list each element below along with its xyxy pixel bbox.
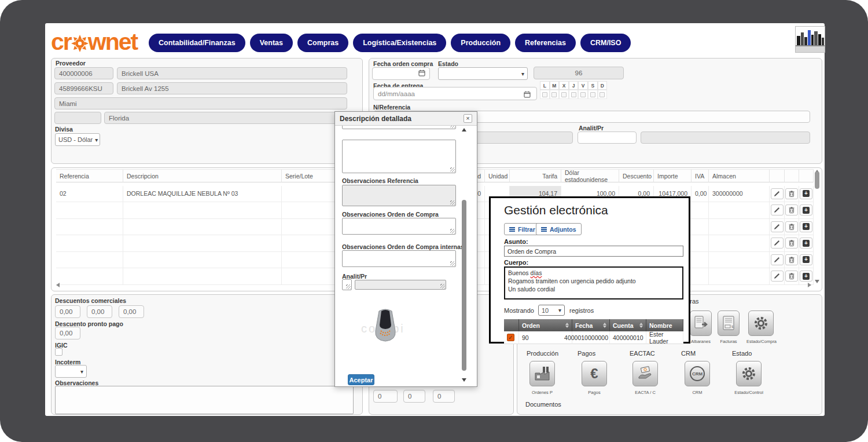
analit-input[interactable]	[578, 131, 637, 144]
aceptar-button[interactable]: Aceptar	[348, 374, 374, 385]
cuerpo-textarea[interactable]: Buenos días Rogamos tramiten con urgenci…	[504, 266, 683, 299]
edit-row-button[interactable]	[771, 188, 784, 199]
cell-descripcion[interactable]: DORLEAC MAQUILLAJE NEBULA Nº 03	[123, 186, 282, 203]
gestion-col-nombre[interactable]: Nombre	[646, 319, 683, 331]
col-header-referencia[interactable]: Referencia	[56, 169, 123, 182]
add-row-button[interactable]: +	[800, 238, 812, 249]
col-header-almacen[interactable]: Almacen	[709, 169, 770, 182]
proveedor-address-field[interactable]: Brickell Av 1255	[117, 82, 347, 94]
descripcion-textarea[interactable]	[342, 140, 456, 173]
middle-value3-input[interactable]: 0	[433, 390, 455, 403]
gestion-col-orden[interactable]: Orden	[519, 319, 572, 331]
add-row-button[interactable]: +	[800, 188, 812, 199]
middle-value1-input[interactable]: 0	[373, 390, 398, 403]
scroll-down-arrow[interactable]	[815, 280, 819, 283]
col-header-unidad[interactable]: Unidad	[485, 169, 510, 182]
adjuntos-button[interactable]: Adjuntos	[536, 223, 582, 235]
modal-analit-code-input[interactable]	[342, 279, 352, 290]
add-row-button[interactable]: +	[800, 204, 812, 215]
nav-contabilidad[interactable]: Contabilidad/Finanzas	[149, 34, 245, 52]
delete-row-button[interactable]	[785, 221, 798, 232]
obs-oc-internas-textarea[interactable]	[342, 250, 456, 267]
descuento3-input[interactable]: 0,00	[119, 305, 144, 318]
obs-referencia-textarea[interactable]	[342, 185, 456, 206]
weekday-checkbox[interactable]	[588, 90, 598, 99]
col-header-tarifa[interactable]: Tarifa	[510, 169, 561, 182]
edit-row-button[interactable]	[771, 254, 784, 265]
estado-select[interactable]: ▾	[438, 67, 528, 80]
scroll-down-arrow[interactable]	[462, 378, 466, 382]
add-row-button[interactable]: +	[800, 221, 812, 232]
albaranes-tile[interactable]	[690, 311, 712, 336]
ordenes-produccion-tile[interactable]	[529, 361, 555, 386]
page-size-select[interactable]: 10▾	[538, 305, 565, 316]
weekday-checkbox[interactable]	[550, 90, 560, 99]
proveedor-state-field[interactable]: Florida	[104, 112, 359, 124]
calendar-icon[interactable]	[524, 90, 531, 100]
observaciones-textarea[interactable]	[55, 386, 354, 414]
gestion-cell-fecha[interactable]: 4000010000000	[572, 331, 610, 344]
nav-logistica[interactable]: Logística/Existencias	[353, 34, 446, 52]
weekday-checkbox[interactable]	[559, 90, 569, 99]
scroll-right-arrow[interactable]	[808, 283, 811, 287]
nav-ventas[interactable]: Ventas	[250, 34, 293, 52]
igic-checkbox[interactable]	[55, 348, 62, 356]
gestion-col-cuenta[interactable]: Cuenta	[610, 319, 646, 331]
sort-icon[interactable]	[639, 323, 643, 328]
proveedor-taxid-field[interactable]: 45899666KSU	[54, 82, 113, 94]
calendar-icon[interactable]	[418, 70, 425, 78]
filtrar-button[interactable]: Filtrar	[504, 223, 540, 235]
sort-icon[interactable]	[603, 323, 606, 328]
weekday-checkbox[interactable]	[578, 90, 588, 99]
add-row-button[interactable]: +	[800, 254, 812, 265]
divisa-select[interactable]: USD - Dólar▾	[55, 133, 100, 146]
col-header-importe[interactable]: Importe	[654, 169, 692, 182]
proveedor-code-field[interactable]: 400000006	[54, 67, 113, 79]
table-vertical-scrollbar[interactable]	[814, 170, 821, 283]
close-icon[interactable]: ×	[464, 114, 472, 123]
delete-row-button[interactable]	[785, 204, 798, 215]
edit-row-button[interactable]	[771, 271, 784, 282]
edit-row-button[interactable]	[771, 204, 784, 215]
delete-row-button[interactable]	[785, 188, 798, 199]
cell-iva[interactable]: 0,00	[692, 186, 709, 203]
nav-referencias[interactable]: Referencias	[515, 34, 576, 52]
delete-row-button[interactable]	[785, 254, 798, 265]
middle-value2-input[interactable]: 0	[403, 390, 425, 403]
scroll-up-arrow[interactable]	[462, 128, 466, 131]
eactac-tile[interactable]	[632, 361, 658, 386]
fecha-orden-input[interactable]	[372, 67, 430, 80]
row-checkbox-checked[interactable]: ✓	[507, 334, 514, 341]
facturas-tile[interactable]: $	[718, 311, 740, 336]
modal-scrollbar[interactable]	[461, 128, 468, 382]
weekday-checkbox[interactable]	[569, 90, 579, 99]
scrollbar-thumb[interactable]	[815, 171, 819, 189]
delete-row-button[interactable]	[785, 238, 798, 249]
proveedor-name-field[interactable]: Brickell USA	[117, 67, 347, 79]
pronto-pago-input[interactable]: 0,00	[55, 327, 80, 339]
gestion-cell-nombre[interactable]: Ester Lauder	[646, 331, 683, 344]
obs-oc-textarea[interactable]	[342, 218, 456, 235]
fecha-entrega-input[interactable]: dd/mm/aaaa	[373, 87, 537, 100]
cell-referencia[interactable]: 02	[56, 186, 123, 203]
scroll-left-arrow[interactable]	[56, 283, 60, 287]
crm-tile[interactable]: CRM	[685, 361, 710, 386]
descuento2-input[interactable]: 0,00	[87, 305, 112, 318]
proveedor-zip-field[interactable]	[54, 112, 101, 124]
nav-crm-iso[interactable]: CRM/ISO	[580, 34, 631, 52]
nav-produccion[interactable]: Producción	[451, 34, 510, 52]
weekday-checkbox[interactable]	[540, 90, 550, 99]
incoterm-select[interactable]: ▾	[55, 365, 87, 378]
col-header-descuento[interactable]: Descuento	[619, 169, 654, 182]
pagos-tile[interactable]: €	[582, 361, 607, 386]
col-header-iva[interactable]: IVA	[692, 169, 709, 182]
cell-almacen[interactable]: 300000000	[709, 186, 770, 203]
nav-compras[interactable]: Compras	[297, 34, 348, 52]
edit-row-button[interactable]	[771, 238, 784, 249]
weekday-checkbox[interactable]	[598, 90, 608, 99]
asunto-input[interactable]: Orden de Compra	[504, 246, 683, 257]
scrollbar-thumb[interactable]	[462, 200, 466, 371]
proveedor-city-field[interactable]: Miami	[54, 97, 347, 109]
sort-icon[interactable]	[565, 323, 569, 328]
add-row-button[interactable]: +	[800, 271, 812, 282]
